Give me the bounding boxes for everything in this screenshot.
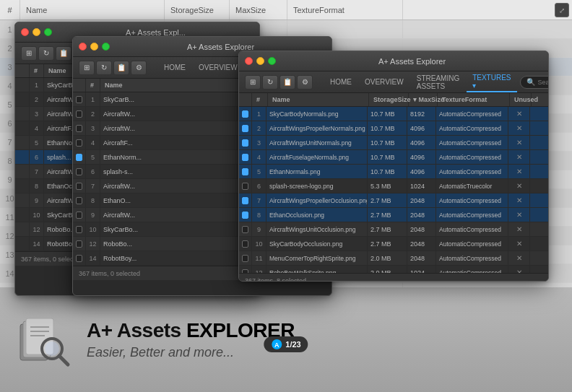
svg-point-7 xyxy=(45,341,59,356)
window-3-status: 367 items, 8 selected xyxy=(239,273,548,282)
traffic-lights-2 xyxy=(79,43,110,51)
toolbar-btn-group-3: ⊞ ↻ 📋 ⚙ xyxy=(245,75,313,90)
close-button-2[interactable] xyxy=(79,43,87,51)
window-3-navbar: ⊞ ↻ 📋 ⚙ HOME OVERVIEW STREAMING ASSETS T… xyxy=(239,71,548,93)
bg-col-storage: StorageSize xyxy=(165,0,230,19)
copy-button-3[interactable]: 📋 xyxy=(280,75,295,90)
table-row[interactable]: 5 EthanNormals.png 10.7 MB 4096 Automati… xyxy=(239,165,548,179)
table-row[interactable]: 1 SkyCarBodyNormals.png 10.7 MB 8192 Aut… xyxy=(239,107,548,121)
maximize-button-3[interactable] xyxy=(268,57,276,65)
window-3-table-body: 1 SkyCarBodyNormals.png 10.7 MB 8192 Aut… xyxy=(239,107,548,273)
promo-subtitle: Easier, Better and more... xyxy=(87,345,295,360)
grid-view-button-3[interactable]: ⊞ xyxy=(245,75,261,90)
unity-logo-icon: A xyxy=(271,339,282,350)
table-row[interactable]: 3 AircraftWingsUnitNormals.png 10.7 MB 4… xyxy=(239,136,548,150)
table-row[interactable]: 8 EthanOcclusion.png 2.7 MB 2048 Automat… xyxy=(239,208,548,222)
table-row[interactable]: 7 AircraftWingsPropellerOcclusion.png 2.… xyxy=(239,193,548,208)
window-3-nav-tabs: HOME OVERVIEW STREAMING ASSETS TEXTURES … xyxy=(324,72,517,92)
search-box[interactable]: 🔍 xyxy=(520,76,549,89)
window-3-title: A+ Assets Explorer xyxy=(282,57,542,66)
table-row[interactable]: 10 SkyCarBodyOcclusion.png 2.7 MB 2048 A… xyxy=(239,237,548,251)
page-indicator: A 1/23 xyxy=(264,336,308,352)
bg-col-hash: # xyxy=(0,0,20,19)
tab-streaming-3[interactable]: STREAMING ASSETS xyxy=(411,73,465,92)
search-input[interactable] xyxy=(538,79,549,86)
table-row[interactable]: 9 AircraftWingsUnitOcclusion.png 2.7 MB … xyxy=(239,222,548,237)
window-3-main: A+ Assets Explorer ⊞ ↻ 📋 ⚙ HOME OVERVIEW… xyxy=(238,51,549,282)
promo-title: A+ Assets EXPLORER xyxy=(87,319,295,342)
bg-col-name: Name xyxy=(20,0,165,19)
refresh-button[interactable]: ↻ xyxy=(38,46,54,61)
tab-overview-3[interactable]: OVERVIEW xyxy=(359,77,410,87)
copy-button[interactable]: 📋 xyxy=(56,46,72,61)
svg-text:A: A xyxy=(274,341,280,349)
tab-home-3[interactable]: HOME xyxy=(324,77,358,87)
copy-button-2[interactable]: 📋 xyxy=(113,61,129,75)
table-row[interactable]: 11 MenuCornerTopRightSprite.png 2.0 MB 2… xyxy=(239,251,548,266)
bg-table-header: # Name StorageSize MaxSize TextureFormat xyxy=(0,0,572,20)
minimize-button-2[interactable] xyxy=(90,43,98,51)
page-number-label: 1/23 xyxy=(285,340,300,349)
bg-col-maxsize: MaxSize xyxy=(230,0,287,19)
promo-icon xyxy=(14,311,72,369)
minimize-button-3[interactable] xyxy=(256,57,264,65)
close-button-1[interactable] xyxy=(21,28,29,36)
fullscreen-button[interactable]: ⤢ xyxy=(555,3,569,17)
tab-overview-2[interactable]: OVERVIEW xyxy=(193,62,243,73)
tab-home-2[interactable]: HOME xyxy=(158,62,191,73)
toolbar-btn-group-2: ⊞ ↻ 📋 ⚙ xyxy=(79,61,147,75)
traffic-lights-3 xyxy=(245,57,276,65)
window-3-titlebar: A+ Assets Explorer xyxy=(239,51,548,71)
maximize-button-2[interactable] xyxy=(102,43,110,51)
window-2-title: A+ Assets Explorer xyxy=(116,43,326,51)
grid-view-button-2[interactable]: ⊞ xyxy=(79,61,95,75)
settings-button-2[interactable]: ⚙ xyxy=(131,61,147,75)
close-button-3[interactable] xyxy=(245,57,253,65)
maximize-button-1[interactable] xyxy=(44,28,52,36)
window-3-table-header: # Name StorageSize ▾ MaxSize TextureForm… xyxy=(239,93,548,107)
search-icon: 🔍 xyxy=(526,78,535,86)
promo-text: A+ Assets EXPLORER Easier, Better and mo… xyxy=(87,319,295,360)
settings-button-3[interactable]: ⚙ xyxy=(297,75,313,90)
window-1-title: A+ Assets Expl... xyxy=(58,28,254,37)
tab-textures-3[interactable]: TEXTURES ▾ xyxy=(467,72,516,92)
svg-line-8 xyxy=(59,356,68,365)
table-row[interactable]: 12 RoboBoyWalkSprite.png 2.0 MB 1024 Aut… xyxy=(239,266,548,273)
table-row[interactable]: 6 splash-screen-logo.png 5.3 MB 1024 Aut… xyxy=(239,179,548,193)
refresh-button-3[interactable]: ↻ xyxy=(262,75,278,90)
table-row[interactable]: 4 AircraftFuselageNormals.png 10.7 MB 40… xyxy=(239,150,548,165)
refresh-button-2[interactable]: ↻ xyxy=(96,61,112,75)
table-row[interactable]: 2 AircraftWingsPropellerNormals.png 10.7… xyxy=(239,121,548,136)
status-text: 367 items, 8 selected xyxy=(245,277,306,282)
grid-view-button[interactable]: ⊞ xyxy=(21,46,37,61)
bg-col-texture: TextureFormat xyxy=(287,0,403,19)
minimize-button-1[interactable] xyxy=(32,28,40,36)
traffic-lights-1 xyxy=(21,28,52,36)
